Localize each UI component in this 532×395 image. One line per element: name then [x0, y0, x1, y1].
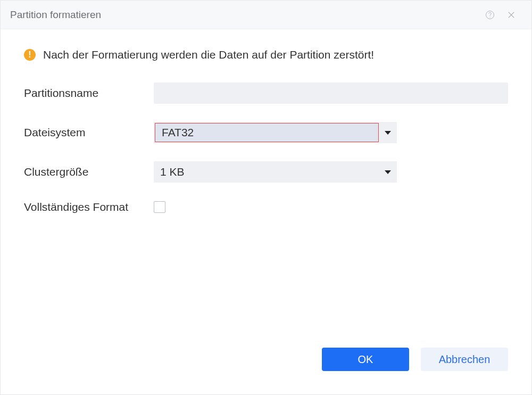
- svg-point-0: [489, 17, 490, 17]
- row-filesystem: Dateisystem FAT32: [24, 122, 508, 143]
- format-partition-dialog: Partition formatieren ! Nach der Formati…: [0, 0, 532, 395]
- label-filesystem: Dateisystem: [24, 126, 154, 139]
- full-format-checkbox[interactable]: [154, 201, 165, 213]
- row-partition-name: Partitionsname: [24, 83, 508, 104]
- dialog-footer: OK Abbrechen: [1, 348, 531, 394]
- cancel-button[interactable]: Abbrechen: [421, 348, 508, 371]
- warning-icon: !: [24, 49, 36, 61]
- titlebar: Partition formatieren: [1, 1, 531, 29]
- label-full-format: Vollständiges Format: [24, 201, 154, 213]
- cluster-size-value: 1 KB: [160, 166, 185, 178]
- chevron-down-icon: [379, 170, 397, 174]
- partition-name-input[interactable]: [154, 83, 508, 104]
- row-cluster-size: Clustergröße 1 KB: [24, 161, 508, 183]
- cluster-size-select[interactable]: 1 KB: [154, 161, 397, 183]
- close-icon[interactable]: [501, 4, 522, 26]
- label-partition-name: Partitionsname: [24, 87, 154, 100]
- label-cluster-size: Clustergröße: [24, 166, 154, 178]
- row-full-format: Vollständiges Format: [24, 201, 508, 213]
- warning-row: ! Nach der Formatierung werden die Daten…: [24, 48, 508, 61]
- chevron-down-icon: [379, 131, 397, 135]
- ok-button[interactable]: OK: [322, 348, 409, 371]
- filesystem-select[interactable]: FAT32: [154, 122, 397, 143]
- warning-text: Nach der Formatierung werden die Daten a…: [43, 48, 374, 61]
- help-icon[interactable]: [479, 4, 501, 26]
- window-title: Partition formatieren: [10, 9, 101, 21]
- dialog-content: ! Nach der Formatierung werden die Daten…: [1, 29, 531, 348]
- filesystem-value: FAT32: [162, 126, 194, 139]
- form: Partitionsname Dateisystem FAT32 Cluster…: [24, 83, 508, 213]
